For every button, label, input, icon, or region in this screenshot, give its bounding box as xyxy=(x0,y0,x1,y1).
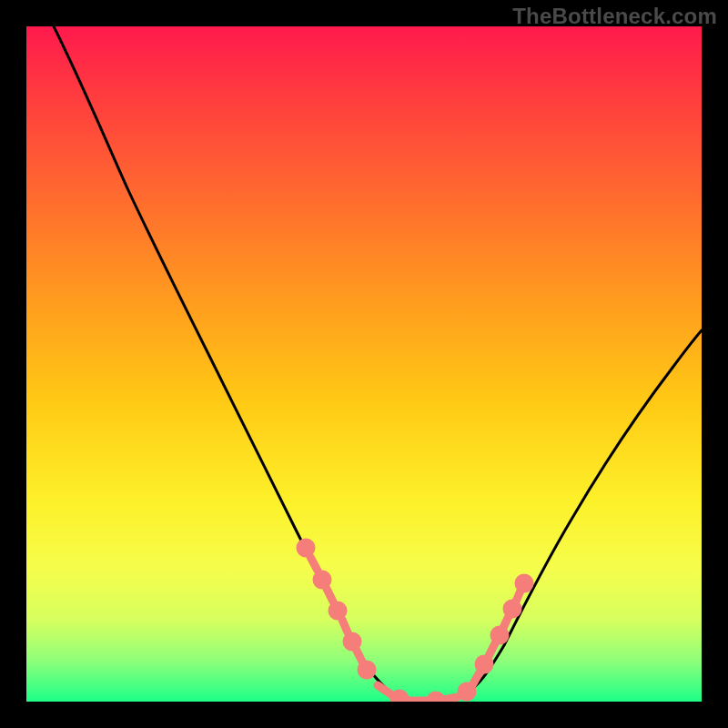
svg-point-0 xyxy=(300,542,311,553)
svg-point-2 xyxy=(317,574,328,585)
svg-line-5 xyxy=(342,620,348,632)
svg-line-3 xyxy=(327,589,333,602)
highlighted-points-valley xyxy=(378,685,458,702)
svg-line-21 xyxy=(516,591,521,602)
chart-svg xyxy=(26,26,702,702)
svg-point-4 xyxy=(332,605,343,616)
svg-line-17 xyxy=(489,643,495,656)
svg-point-16 xyxy=(479,659,490,670)
svg-line-9 xyxy=(378,685,392,695)
highlighted-points-right xyxy=(461,578,530,697)
svg-line-19 xyxy=(503,616,509,628)
svg-point-22 xyxy=(519,578,530,589)
svg-point-8 xyxy=(361,664,372,675)
highlighted-points-left xyxy=(300,542,372,675)
plot-area xyxy=(26,26,702,702)
svg-line-1 xyxy=(310,557,318,571)
svg-point-10 xyxy=(394,693,405,702)
svg-line-13 xyxy=(443,697,458,700)
chart-frame: TheBottleneck.com xyxy=(0,0,728,728)
watermark-text: TheBottleneck.com xyxy=(512,4,717,29)
svg-line-7 xyxy=(356,649,362,662)
bottleneck-curve xyxy=(54,26,702,701)
